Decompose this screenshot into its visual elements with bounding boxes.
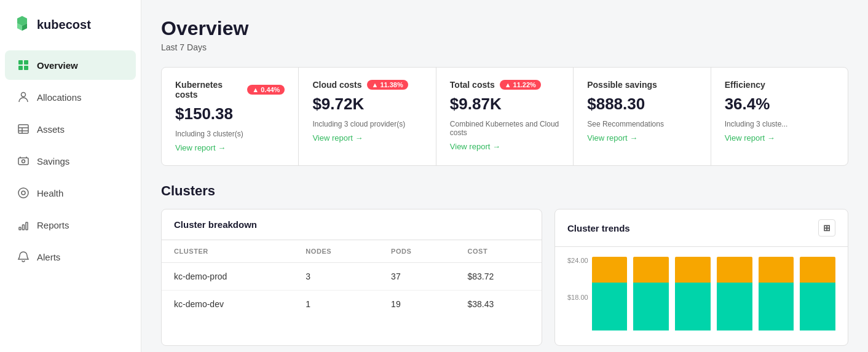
cluster-trends-panel: Cluster trends ⊞ $24.00 $18.00	[554, 209, 848, 346]
svg-point-14	[22, 191, 25, 195]
bell-icon	[17, 251, 30, 263]
page-subtitle: Last 7 Days	[161, 42, 848, 52]
kubernetes-view-report-link[interactable]: View report →	[175, 143, 226, 152]
cost-card-savings: Possible savings $888.30 See Recommendat…	[574, 68, 711, 165]
sidebar-item-savings[interactable]: Savings	[5, 146, 136, 176]
svg-rect-0	[18, 60, 23, 65]
expand-button[interactable]: ⊞	[818, 219, 835, 237]
cluster-breakdown-panel: Cluster breakdown CLUSTER NODES PODS COS…	[161, 209, 542, 346]
clusters-section-title: Clusters	[161, 183, 848, 199]
cluster-name: kc-demo-prod	[162, 263, 293, 291]
bar-group-6	[800, 257, 835, 330]
cluster-breakdown-title: Cluster breakdown	[162, 209, 542, 240]
svg-point-10	[22, 160, 25, 163]
bar-bottom	[759, 283, 794, 330]
sidebar-item-health-label: Health	[37, 188, 63, 198]
up-arrow-icon: ▲	[505, 81, 511, 88]
cluster-breakdown-table: CLUSTER NODES PODS COST kc-demo-prod 3 3…	[162, 240, 542, 318]
sidebar-item-reports-label: Reports	[37, 220, 69, 230]
sidebar-item-overview[interactable]: Overview	[5, 50, 136, 80]
svg-rect-3	[24, 66, 28, 70]
bar-top	[759, 257, 794, 283]
sidebar-item-assets-label: Assets	[37, 124, 65, 135]
reports-icon	[17, 219, 30, 231]
y-label-top: $24.00	[567, 257, 588, 264]
total-costs-value: $9.87K	[450, 95, 559, 114]
svg-rect-5	[18, 125, 28, 133]
bar-bottom	[633, 283, 669, 330]
cloud-costs-value: $9.72K	[312, 95, 422, 114]
sidebar-item-allocations[interactable]: Allocations	[5, 82, 136, 112]
y-label-mid: $18.00	[567, 294, 588, 301]
bar-group-2	[633, 257, 669, 330]
possible-savings-title: Possible savings	[587, 80, 696, 90]
sidebar-item-alerts[interactable]: Alerts	[5, 242, 136, 272]
svg-point-13	[18, 188, 28, 198]
sidebar-item-reports[interactable]: Reports	[5, 210, 136, 240]
kubernetes-costs-note: Including 3 cluster(s)	[175, 130, 285, 138]
svg-rect-9	[18, 158, 28, 165]
svg-rect-16	[23, 225, 25, 230]
up-arrow-icon: ▲	[372, 81, 379, 88]
bar-group-1	[592, 257, 628, 330]
cluster-name: kc-demo-dev	[162, 291, 293, 318]
sidebar: kubecost Overview Allocations Assets	[0, 0, 141, 352]
bar-bottom	[675, 283, 711, 330]
bar-bottom	[800, 283, 835, 330]
table-header-row: CLUSTER NODES PODS COST	[162, 240, 542, 263]
sidebar-item-alerts-label: Alerts	[37, 252, 60, 262]
cost-card-total: Total costs ▲ 11.22% $9.87K Combined Kub…	[436, 68, 574, 165]
bar-top	[633, 257, 669, 283]
cost-card-cloud: Cloud costs ▲ 11.38% $9.72K Including 3 …	[299, 68, 436, 165]
total-costs-note: Combined Kubernetes and Cloud costs	[450, 120, 559, 137]
kubecost-logo-icon	[12, 15, 32, 34]
cost-card-kubernetes: Kubernetes costs ▲ 0.44% $150.38 Includi…	[162, 68, 299, 165]
savings-icon	[17, 155, 30, 167]
col-cost: COST	[456, 240, 542, 263]
total-costs-badge: ▲ 11.22%	[500, 80, 541, 90]
sidebar-item-overview-label: Overview	[37, 60, 78, 71]
cluster-cost: $38.43	[456, 291, 542, 318]
cost-cards-container: Kubernetes costs ▲ 0.44% $150.38 Includi…	[161, 67, 848, 166]
cost-card-efficiency: Efficiency 36.4% Including 3 cluste... V…	[711, 68, 848, 165]
sidebar-item-assets[interactable]: Assets	[5, 114, 136, 144]
logo-area: kubecost	[0, 10, 141, 49]
savings-view-report-link[interactable]: View report →	[587, 133, 637, 143]
possible-savings-note: See Recommendations	[587, 120, 696, 128]
cloud-costs-badge: ▲ 11.38%	[367, 80, 408, 90]
cluster-pods: 19	[379, 291, 455, 318]
logo-text: kubecost	[37, 18, 91, 32]
chart-y-axis: $24.00 $18.00	[567, 257, 588, 330]
cluster-pods: 37	[379, 263, 455, 291]
chart-inner: $24.00 $18.00	[567, 257, 835, 337]
possible-savings-value: $888.30	[587, 95, 696, 114]
col-cluster: CLUSTER	[162, 240, 293, 263]
bar-bottom	[717, 283, 752, 330]
bar-top	[717, 257, 752, 283]
svg-rect-1	[24, 60, 28, 65]
table-row: kc-demo-dev 1 19 $38.43	[162, 291, 542, 318]
cluster-trends-title: Cluster trends	[567, 223, 630, 233]
total-view-report-link[interactable]: View report →	[450, 142, 500, 151]
up-arrow-icon: ▲	[252, 86, 259, 93]
bar-top	[800, 257, 835, 283]
efficiency-title: Efficiency	[725, 80, 834, 90]
cloud-costs-note: Including 3 cloud provider(s)	[312, 120, 422, 128]
table-icon	[17, 123, 30, 135]
efficiency-value: 36.4%	[725, 95, 834, 114]
kubernetes-costs-badge: ▲ 0.44%	[247, 85, 285, 95]
bar-group-5	[759, 257, 794, 330]
efficiency-view-report-link[interactable]: View report →	[725, 133, 775, 143]
cloud-view-report-link[interactable]: View report →	[312, 133, 363, 143]
svg-point-4	[22, 93, 26, 97]
sidebar-item-health[interactable]: Health	[5, 178, 136, 208]
table-row: kc-demo-prod 3 37 $83.72	[162, 263, 542, 291]
svg-rect-17	[26, 222, 28, 230]
sidebar-item-savings-label: Savings	[37, 156, 69, 166]
col-pods: PODS	[379, 240, 455, 263]
health-icon	[17, 187, 30, 199]
bar-bottom	[592, 283, 628, 330]
bar-top	[675, 257, 711, 283]
efficiency-note: Including 3 cluste...	[725, 120, 834, 128]
cluster-nodes: 3	[293, 263, 379, 291]
